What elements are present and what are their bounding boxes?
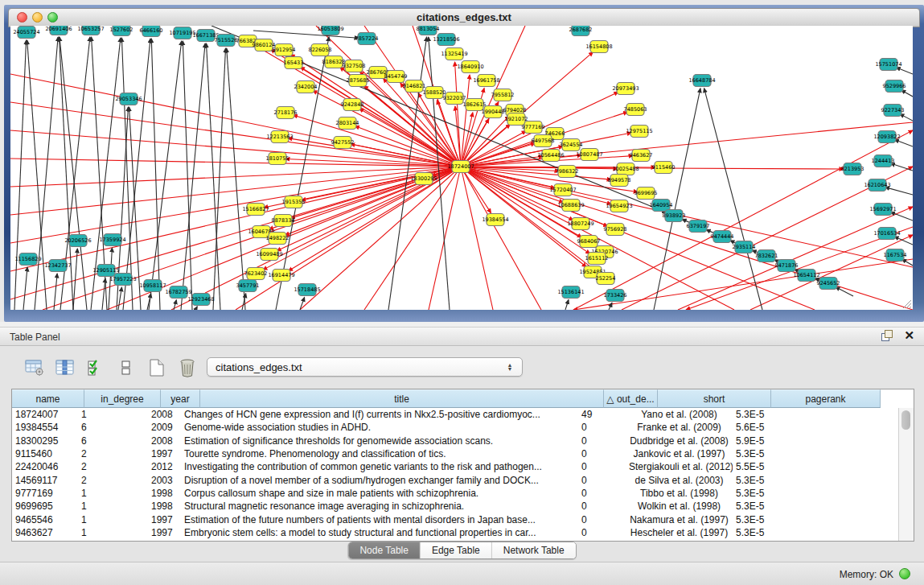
graph-node[interactable]: 8226058 xyxy=(309,44,332,56)
table-cell[interactable]: 0 xyxy=(578,475,626,486)
graph-node[interactable]: 2342004 xyxy=(294,81,318,93)
table-cell[interactable]: 5.9E-5 xyxy=(733,435,836,447)
table-cell[interactable]: 0 xyxy=(578,488,626,499)
table-row[interactable]: 911546021997Tourette syndrome. Phenomeno… xyxy=(12,447,899,460)
table-cell[interactable]: 22420046 xyxy=(12,461,78,472)
table-cell[interactable]: 0 xyxy=(578,514,626,525)
graph-node[interactable]: 8878334 xyxy=(272,215,295,227)
table-cell[interactable]: 1 xyxy=(78,527,148,538)
table-cell[interactable]: 1997 xyxy=(148,448,181,459)
table-cell[interactable]: 9699695 xyxy=(12,501,78,512)
graph-node[interactable]: 2687682 xyxy=(569,26,593,36)
graph-node[interactable]: 10688639 xyxy=(557,200,584,212)
graph-node[interactable]: 3457791 xyxy=(236,280,260,292)
table-cell[interactable]: 9777169 xyxy=(12,488,78,499)
table-cell[interactable]: 0 xyxy=(578,527,626,538)
table-cell[interactable]: 2003 xyxy=(148,475,181,486)
graph-node[interactable]: 9684067 xyxy=(577,236,601,248)
tab-node-table[interactable]: Node Table xyxy=(348,542,421,558)
table-row[interactable]: 969969511998Structural magnetic resonanc… xyxy=(12,500,899,513)
table-cell[interactable]: de Silva et al. (2003) xyxy=(626,475,733,486)
graph-node[interactable]: 9474444 xyxy=(711,231,734,243)
graph-node[interactable]: 3624554 xyxy=(560,139,583,151)
graph-node[interactable]: 16053809 xyxy=(317,26,343,35)
graph-node[interactable]: 7485063 xyxy=(624,104,647,116)
table-cell[interactable]: Embryonic stem cells: a model to study s… xyxy=(181,527,578,538)
column-header[interactable]: short xyxy=(658,389,771,408)
graph-node[interactable]: 165433 xyxy=(284,57,304,69)
table-row[interactable]: 1830029562008Estimation of significance … xyxy=(12,435,899,447)
graph-node[interactable]: 12342737 xyxy=(44,260,71,272)
graph-node[interactable]: 18640910 xyxy=(457,61,483,73)
graph-node[interactable]: 1167534 xyxy=(884,249,907,262)
graph-node[interactable]: 5912954 xyxy=(273,44,296,56)
table-cell[interactable]: 5.6E-5 xyxy=(733,422,836,433)
table-cell[interactable]: Wolkin et al. (1998) xyxy=(626,501,733,512)
row-height-icon[interactable] xyxy=(116,357,137,378)
table-settings-icon[interactable] xyxy=(24,357,45,378)
memory-status-icon[interactable] xyxy=(899,568,910,579)
table-cell[interactable]: 5.3E-5 xyxy=(733,527,836,538)
table-cell[interactable]: 2 xyxy=(78,461,148,472)
graph-node[interactable]: 8813054 xyxy=(417,26,440,35)
graph-node[interactable]: 7955812 xyxy=(491,89,515,101)
graph-node[interactable]: 15692971 xyxy=(869,204,896,216)
table-cell[interactable]: Genome-wide association studies in ADHD. xyxy=(181,422,578,433)
show-column-icon[interactable] xyxy=(55,357,76,378)
column-header[interactable]: pagerank xyxy=(771,389,881,408)
graph-node[interactable]: 24055724 xyxy=(13,27,39,39)
scrollbar-thumb[interactable] xyxy=(901,410,910,430)
graph-node[interactable]: 15166827 xyxy=(242,204,269,216)
table-cell[interactable]: 18300295 xyxy=(12,435,78,447)
graph-node[interactable]: 2935114 xyxy=(733,241,756,253)
table-cell[interactable]: 5.3E-5 xyxy=(733,488,836,499)
table-cell[interactable]: 9115460 xyxy=(12,448,78,459)
column-header[interactable]: title xyxy=(200,389,604,408)
graph-node[interactable]: 8938923 xyxy=(663,210,686,222)
graph-node[interactable]: 7515526 xyxy=(215,35,238,47)
graph-node[interactable]: 1527602 xyxy=(110,26,133,36)
table-cell[interactable]: 5.3E-5 xyxy=(733,514,836,525)
table-cell[interactable]: 2008 xyxy=(148,409,181,420)
table-cell[interactable]: 2012 xyxy=(148,461,181,472)
table-cell[interactable]: Investigating the contribution of common… xyxy=(181,461,578,472)
graph-node[interactable]: 10958117 xyxy=(139,280,166,292)
graph-node[interactable]: 19654923 xyxy=(606,200,632,212)
table-cell[interactable]: 5.3E-5 xyxy=(733,475,836,486)
table-cell[interactable]: Dudbridge et al. (2008) xyxy=(626,435,733,447)
table-cell[interactable]: 2 xyxy=(78,475,148,486)
table-rows[interactable]: 1872400712008Changes of HCN gene express… xyxy=(12,408,899,541)
graph-node[interactable]: 20691406 xyxy=(45,26,72,35)
table-cell[interactable]: Corpus callosum shape and size in male p… xyxy=(181,488,578,499)
graph-node[interactable]: 10025488 xyxy=(612,163,639,175)
table-cell[interactable]: 18724007 xyxy=(12,409,78,420)
table-cell[interactable]: 2008 xyxy=(148,435,181,447)
graph-node[interactable]: 6466160 xyxy=(140,26,163,37)
table-cell[interactable]: Franke et al. (2009) xyxy=(626,422,733,433)
graph-node[interactable]: 8454749 xyxy=(384,71,408,83)
graph-node[interactable]: 16914479 xyxy=(268,270,294,282)
graph-node[interactable]: 2875685 xyxy=(347,75,370,87)
graph-node[interactable]: 8471876 xyxy=(775,260,799,272)
resize-grip-icon[interactable] xyxy=(901,298,912,309)
table-cell[interactable]: 0 xyxy=(578,435,626,447)
vertical-scrollbar[interactable] xyxy=(898,408,914,541)
close-panel-icon[interactable]: ✕ xyxy=(904,330,914,341)
graph-node[interactable]: 2803144 xyxy=(336,117,359,130)
graph-node[interactable]: 10653257 xyxy=(77,26,104,35)
graph-node[interactable]: 15136141 xyxy=(557,286,584,299)
table-row[interactable]: 946554611997Estimation of the future num… xyxy=(12,513,899,525)
table-cell[interactable]: 1998 xyxy=(148,488,181,499)
network-window-titlebar[interactable]: citations_edges.txt xyxy=(8,8,920,27)
table-cell[interactable]: 5.5E-5 xyxy=(733,461,836,472)
graph-node[interactable]: 11325419 xyxy=(441,48,467,60)
table-cell[interactable]: 1997 xyxy=(148,527,181,538)
table-cell[interactable]: Stergiakouli et al. (2012) xyxy=(626,461,733,472)
graph-node[interactable]: 9245652 xyxy=(817,278,840,290)
graph-node[interactable]: 9699695 xyxy=(634,187,658,200)
table-cell[interactable]: Tourette syndrome. Phenomenology and cla… xyxy=(181,448,578,459)
graph-node[interactable]: 9777169 xyxy=(522,122,545,134)
table-row[interactable]: 2242004622012Investigating the contribut… xyxy=(12,460,899,473)
table-cell[interactable]: Estimation of significance thresholds fo… xyxy=(181,435,578,447)
table-cell[interactable]: 6 xyxy=(78,422,148,433)
